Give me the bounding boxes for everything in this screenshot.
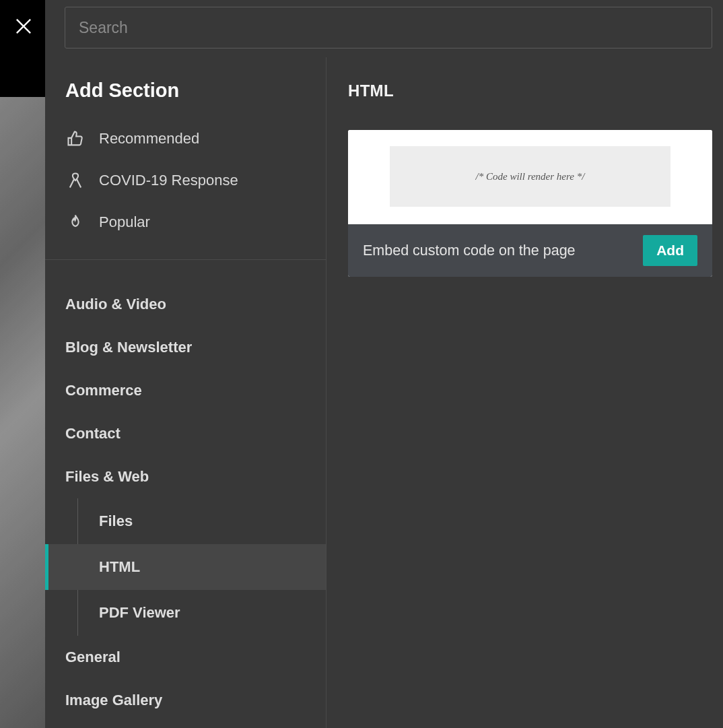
- sidebar-item-label: Image Gallery: [65, 692, 162, 708]
- sidebar-item-label: Commerce: [65, 382, 142, 399]
- code-placeholder: /* Code will render here */: [390, 146, 670, 207]
- card-description: Embed custom code on the page: [363, 242, 576, 259]
- add-button[interactable]: Add: [643, 235, 697, 266]
- sidebar-item-general[interactable]: General: [45, 636, 326, 679]
- sidebar-item-label: Audio & Video: [65, 296, 166, 312]
- sidebar-item-label: Blog & Newsletter: [65, 339, 192, 356]
- sidebar-item-label: COVID-19 Response: [99, 172, 238, 189]
- sidebar-item-label: Contact: [65, 425, 120, 442]
- close-button[interactable]: [12, 15, 35, 38]
- sidebar-item-commerce[interactable]: Commerce: [45, 369, 326, 412]
- sidebar-item-image-gallery[interactable]: Image Gallery: [45, 679, 326, 722]
- featured-list: Recommended COVID-19 Response: [45, 114, 326, 259]
- search-input[interactable]: [65, 7, 712, 48]
- sidebar-item-label: General: [65, 649, 120, 665]
- sidebar-item-recommended[interactable]: Recommended: [45, 118, 326, 160]
- panel-body: Add Section Recommended: [45, 57, 723, 728]
- close-icon: [14, 17, 33, 36]
- sidebar-item-label: Recommended: [99, 130, 199, 147]
- thumbs-up-icon: [65, 129, 85, 149]
- sidebar-item-audio-video[interactable]: Audio & Video: [45, 283, 326, 326]
- sidebar-item-files-web[interactable]: Files & Web: [45, 455, 326, 498]
- flame-icon: [65, 212, 85, 232]
- sub-list-files-web: Files HTML PDF Viewer: [77, 498, 326, 636]
- sidebar-title: Add Section: [45, 57, 326, 114]
- sidebar-item-label: HTML: [99, 558, 140, 575]
- ribbon-icon: [65, 170, 85, 191]
- sidebar-subitem-active-bg: HTML: [45, 544, 326, 590]
- content-title: HTML: [348, 81, 712, 100]
- sidebar-item-label: PDF Viewer: [99, 604, 180, 621]
- active-accent-bar: [45, 544, 48, 590]
- sidebar-item-label: Popular: [99, 213, 150, 231]
- sidebar-subitem-pdf-viewer[interactable]: PDF Viewer: [77, 590, 326, 636]
- search-wrapper: [45, 0, 723, 57]
- sidebar: Add Section Recommended: [45, 57, 326, 728]
- sidebar-item-popular[interactable]: Popular: [45, 201, 326, 243]
- sidebar-item-label: Files & Web: [65, 468, 149, 485]
- section-card-html: /* Code will render here */ Embed custom…: [348, 130, 712, 277]
- content-pane: HTML /* Code will render here */ Embed c…: [326, 57, 723, 728]
- card-footer: Embed custom code on the page Add: [348, 224, 712, 277]
- add-section-panel: Add Section Recommended: [45, 0, 723, 728]
- background-image-sliver: [0, 97, 45, 728]
- card-preview: /* Code will render here */: [348, 130, 712, 224]
- sidebar-subitem-files[interactable]: Files: [77, 498, 326, 544]
- sidebar-subitem-html[interactable]: HTML: [45, 544, 326, 590]
- sidebar-item-covid[interactable]: COVID-19 Response: [45, 160, 326, 201]
- sidebar-item-label: Files: [99, 512, 133, 529]
- sidebar-item-contact[interactable]: Contact: [45, 412, 326, 455]
- category-list: Audio & Video Blog & Newsletter Commerce…: [45, 260, 326, 722]
- sidebar-item-blog-newsletter[interactable]: Blog & Newsletter: [45, 326, 326, 369]
